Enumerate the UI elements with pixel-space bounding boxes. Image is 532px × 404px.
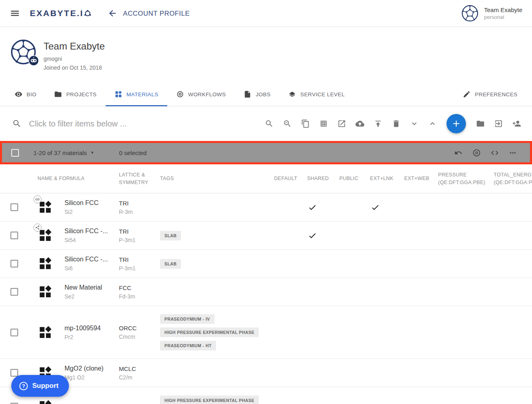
lattice-type: MCLC xyxy=(119,365,160,372)
column-header-ext_lnk[interactable]: EXT+LNK xyxy=(370,175,404,182)
lattice-type: ORCC xyxy=(119,325,160,331)
tab-preferences[interactable]: PREFERENCES xyxy=(454,83,526,106)
cloud-upload-button[interactable] xyxy=(351,115,369,133)
more-horiz-button[interactable] xyxy=(504,145,522,161)
row-checkbox[interactable] xyxy=(10,260,18,267)
delete-button[interactable] xyxy=(387,115,405,133)
exit-to-app-button[interactable] xyxy=(489,115,507,133)
undo-button[interactable] xyxy=(449,145,468,161)
tab-bio[interactable]: BIO xyxy=(6,83,45,106)
filter-toolbar xyxy=(0,106,532,141)
column-header-ext_web[interactable]: EXT+WEB xyxy=(404,175,438,182)
team-avatar xyxy=(461,5,478,22)
material-icon xyxy=(26,200,64,215)
pagination-dropdown[interactable]: 1-20 of 37 materials ▼ xyxy=(33,149,94,156)
selected-count-label: 0 selected xyxy=(119,149,147,156)
help-icon: ? xyxy=(19,382,28,390)
column-header-tags[interactable]: TAGS xyxy=(160,175,274,182)
table-row[interactable]: Silicon FCC -...Si54TRIP-3m1SLAB xyxy=(0,222,532,250)
row-checkbox[interactable] xyxy=(10,232,18,239)
publish-icon xyxy=(374,119,382,128)
material-name: mp-1009594 xyxy=(64,325,101,332)
link-badge-icon xyxy=(33,195,42,203)
filter-input[interactable] xyxy=(29,119,206,128)
tab-workflows[interactable]: WORKFLOWS xyxy=(167,83,235,106)
symmetry-group: R-3m xyxy=(119,209,160,215)
table-row[interactable]: Silicon FCCSi2TRIR-3m xyxy=(0,193,532,222)
chevron-down-icon xyxy=(410,119,419,128)
column-header-total_energy[interactable]: TOTAL_ENERGY (QE:DFT:GGA:PBE) xyxy=(494,171,532,186)
tab-materials[interactable]: MATERIALS xyxy=(106,83,167,106)
tags-cell: SLAB xyxy=(160,250,274,278)
table-row[interactable]: mp-1009594Pr2ORCCCmcmPRASEODYMIUM - IVHI… xyxy=(0,306,532,359)
profile-avatar xyxy=(10,39,36,65)
eye-icon xyxy=(15,90,23,98)
table-row[interactable]: New MaterialSe2FCCFd-3m xyxy=(0,278,532,306)
tag-chip: SLAB xyxy=(160,231,181,240)
pagination-range-label: 1-20 of 37 materials xyxy=(33,149,87,156)
folder-button[interactable] xyxy=(471,115,489,133)
tabs-spacer xyxy=(353,83,454,106)
person-add-button[interactable] xyxy=(507,115,526,133)
search-minus-button[interactable] xyxy=(278,115,296,133)
support-label: Support xyxy=(32,382,58,390)
cloud-upload-icon xyxy=(355,119,364,128)
add-material-button[interactable] xyxy=(447,114,466,133)
menu-icon[interactable] xyxy=(7,6,23,21)
top-bar: EXABYTE.I ACCOUNT PROFILE Team Exabyte p… xyxy=(0,0,532,27)
account-switcher[interactable]: Team Exabyte personal xyxy=(461,5,522,22)
code-button[interactable] xyxy=(486,145,504,161)
tab-jobs[interactable]: JOBS xyxy=(235,83,279,106)
grid-button[interactable] xyxy=(314,115,332,133)
chevron-down-button[interactable] xyxy=(405,115,423,133)
selection-bar-icons xyxy=(449,145,522,161)
material-formula: Si2 xyxy=(64,209,98,215)
undo-icon xyxy=(454,149,463,157)
toolbar-left-icons xyxy=(260,115,441,133)
row-checkbox[interactable] xyxy=(10,203,18,211)
search-button[interactable] xyxy=(260,115,278,133)
column-header-pressure[interactable]: PRESSURE (QE:DFT:GGA:PBE) xyxy=(438,171,494,186)
check-icon xyxy=(308,203,317,212)
table-row[interactable]: HIGH PRESSURE EXPERIMENTAL PHASE xyxy=(0,387,532,404)
row-checkbox[interactable] xyxy=(10,329,18,336)
pencil-icon xyxy=(463,90,471,98)
column-header-shared[interactable]: SHARED xyxy=(307,175,339,182)
lattice-type: TRI xyxy=(119,200,160,207)
column-header-public[interactable]: PUBLIC xyxy=(339,175,370,182)
pause-circle-button[interactable] xyxy=(468,145,486,161)
logo-atom-icon xyxy=(83,10,91,17)
tags-cell xyxy=(160,193,274,221)
material-icon xyxy=(26,228,64,243)
material-icon xyxy=(26,256,64,271)
toolbar-right-icons xyxy=(471,115,526,133)
exabyte-logo[interactable]: EXABYTE.I xyxy=(30,8,91,18)
tag-chip: PRASEODYMIUM - IV xyxy=(160,314,214,324)
table-row[interactable]: MgO2 (clone)Mg1 O2MCLCC2/m xyxy=(0,359,532,387)
back-arrow-icon[interactable] xyxy=(105,6,120,21)
table-row[interactable]: Silicon FCC -...Si6TRIP-3m1SLAB xyxy=(0,250,532,278)
symmetry-group: Cmcm xyxy=(119,334,160,340)
table-body: Silicon FCCSi2TRIR-3mSilicon FCC -...Si5… xyxy=(0,193,532,404)
profile-joined-date: Joined on Oct 15, 2018 xyxy=(44,64,105,71)
column-header-default[interactable]: DEFAULT xyxy=(274,175,307,182)
material-icon xyxy=(26,325,64,340)
select-all-checkbox[interactable] xyxy=(11,149,19,157)
chevron-up-button[interactable] xyxy=(423,115,441,133)
row-checkbox[interactable] xyxy=(10,288,18,296)
copy-button[interactable] xyxy=(296,115,314,133)
open-in-new-button[interactable] xyxy=(332,115,351,133)
material-formula: Si54 xyxy=(64,237,108,243)
publish-button[interactable] xyxy=(369,115,387,133)
column-header-lattice[interactable]: LATTICE & SYMMETRY xyxy=(119,171,160,186)
support-button[interactable]: ? Support xyxy=(11,375,69,397)
material-formula: Se2 xyxy=(64,293,102,300)
tags-cell: HIGH PRESSURE EXPERIMENTAL PHASE xyxy=(160,387,274,404)
column-header-name[interactable]: NAME & FORMULA xyxy=(26,175,119,182)
target-icon xyxy=(176,90,184,98)
row-checkbox[interactable] xyxy=(10,369,18,377)
tab-service-level[interactable]: SERVICE LEVEL xyxy=(279,83,353,106)
plus-icon xyxy=(451,118,461,129)
tab-projects[interactable]: PROJECTS xyxy=(45,83,105,106)
search-icon xyxy=(265,119,274,128)
